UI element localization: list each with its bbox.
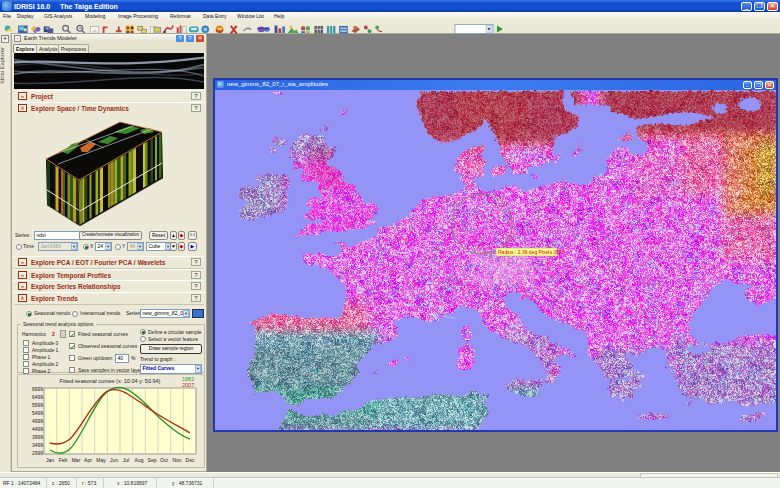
svg-text:Nov: Nov (173, 457, 182, 463)
svg-text:6999: 6999 (32, 386, 43, 392)
svg-text:3499: 3499 (32, 442, 43, 448)
svg-text:4999: 4999 (32, 418, 43, 424)
svg-text:Mar: Mar (72, 457, 81, 463)
svg-text:Dec: Dec (186, 457, 195, 463)
svg-text:5499: 5499 (32, 410, 43, 416)
svg-text:6499: 6499 (32, 394, 43, 400)
svg-text:Jan: Jan (46, 457, 54, 463)
svg-text:Fitted seasonal curves (x: 10.: Fitted seasonal curves (x: 10.04 y: 50.9… (60, 378, 161, 384)
svg-text:Apr: Apr (84, 457, 92, 463)
svg-text:Radius : 2.36 deg Pixels 357: Radius : 2.36 deg Pixels 3577 (498, 249, 565, 255)
svg-text:Jun: Jun (110, 457, 118, 463)
svg-text:May: May (96, 457, 106, 463)
svg-text:Aug: Aug (135, 457, 144, 463)
svg-text:5999: 5999 (32, 402, 43, 408)
svg-text:Oct: Oct (160, 457, 168, 463)
svg-text:Sep: Sep (148, 457, 157, 463)
svg-text:Feb: Feb (59, 457, 68, 463)
svg-text:Jul: Jul (123, 457, 129, 463)
svg-text:4499: 4499 (32, 426, 43, 432)
svg-text:3999: 3999 (32, 434, 43, 440)
svg-text:2007: 2007 (182, 382, 194, 388)
svg-text:2999: 2999 (32, 450, 43, 456)
